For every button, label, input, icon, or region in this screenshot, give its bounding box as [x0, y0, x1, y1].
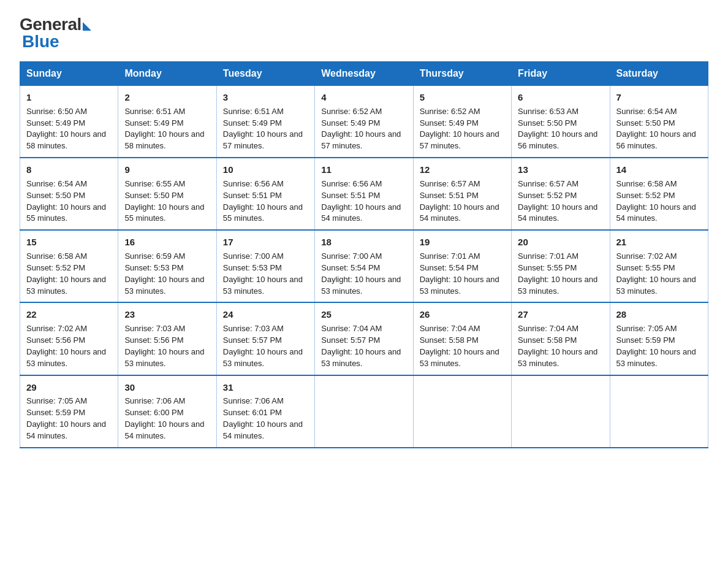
calendar-cell: 1Sunrise: 6:50 AMSunset: 5:49 PMDaylight…	[20, 86, 118, 158]
daylight-text: Daylight: 10 hours and 54 minutes.	[518, 202, 597, 223]
daylight-text: Daylight: 10 hours and 53 minutes.	[616, 347, 696, 368]
calendar-cell: 29Sunrise: 7:05 AMSunset: 5:59 PMDayligh…	[20, 375, 118, 448]
sunset-text: Sunset: 5:59 PM	[26, 408, 85, 417]
calendar-cell	[610, 375, 708, 448]
calendar-cell: 2Sunrise: 6:51 AMSunset: 5:49 PMDaylight…	[118, 86, 216, 158]
sunset-text: Sunset: 5:52 PM	[616, 191, 675, 200]
sunset-text: Sunset: 5:54 PM	[420, 263, 479, 272]
day-number: 20	[518, 236, 603, 249]
sunset-text: Sunset: 5:49 PM	[223, 118, 282, 128]
daylight-text: Daylight: 10 hours and 55 minutes.	[124, 202, 204, 223]
calendar-cell	[413, 375, 511, 448]
sunrise-text: Sunrise: 6:58 AM	[616, 179, 677, 188]
sunset-text: Sunset: 5:50 PM	[26, 191, 85, 200]
day-number: 5	[420, 91, 505, 104]
calendar-cell: 13Sunrise: 6:57 AMSunset: 5:52 PMDayligh…	[512, 158, 610, 230]
sunset-text: Sunset: 6:00 PM	[124, 408, 183, 417]
day-header-wednesday: Wednesday	[315, 62, 413, 86]
sunset-text: Sunset: 5:49 PM	[26, 118, 85, 128]
daylight-text: Daylight: 10 hours and 54 minutes.	[420, 202, 499, 223]
calendar-cell: 3Sunrise: 6:51 AMSunset: 5:49 PMDaylight…	[216, 86, 314, 158]
sunrise-text: Sunrise: 6:54 AM	[26, 179, 87, 188]
logo-blue-text: Blue	[22, 32, 59, 52]
day-header-friday: Friday	[512, 62, 610, 86]
calendar-cell: 8Sunrise: 6:54 AMSunset: 5:50 PMDaylight…	[20, 158, 118, 230]
calendar-cell: 24Sunrise: 7:03 AMSunset: 5:57 PMDayligh…	[216, 302, 314, 375]
sunset-text: Sunset: 5:53 PM	[124, 263, 183, 272]
day-number: 23	[124, 308, 210, 321]
day-number: 14	[616, 163, 702, 177]
sunrise-text: Sunrise: 7:02 AM	[26, 324, 87, 333]
calendar-cell	[315, 375, 413, 448]
sunset-text: Sunset: 5:56 PM	[124, 335, 183, 345]
sunrise-text: Sunrise: 6:54 AM	[616, 107, 677, 116]
calendar-cell: 17Sunrise: 7:00 AMSunset: 5:53 PMDayligh…	[216, 230, 314, 302]
daylight-text: Daylight: 10 hours and 56 minutes.	[518, 129, 597, 150]
daylight-text: Daylight: 10 hours and 53 minutes.	[321, 347, 401, 368]
daylight-text: Daylight: 10 hours and 57 minutes.	[223, 129, 303, 150]
sunrise-text: Sunrise: 6:57 AM	[420, 179, 480, 188]
calendar-cell: 12Sunrise: 6:57 AMSunset: 5:51 PMDayligh…	[413, 158, 511, 230]
daylight-text: Daylight: 10 hours and 53 minutes.	[124, 275, 204, 296]
daylight-text: Daylight: 10 hours and 53 minutes.	[223, 275, 303, 296]
daylight-text: Daylight: 10 hours and 53 minutes.	[518, 347, 597, 368]
daylight-text: Daylight: 10 hours and 53 minutes.	[26, 347, 106, 368]
daylight-text: Daylight: 10 hours and 54 minutes.	[26, 419, 106, 440]
sunset-text: Sunset: 5:50 PM	[518, 118, 577, 128]
calendar-cell: 4Sunrise: 6:52 AMSunset: 5:49 PMDaylight…	[315, 86, 413, 158]
daylight-text: Daylight: 10 hours and 53 minutes.	[321, 275, 401, 296]
daylight-text: Daylight: 10 hours and 55 minutes.	[223, 202, 303, 223]
sunset-text: Sunset: 5:51 PM	[420, 191, 479, 200]
day-number: 12	[420, 163, 505, 177]
sunrise-text: Sunrise: 7:03 AM	[223, 324, 284, 333]
calendar-cell: 26Sunrise: 7:04 AMSunset: 5:58 PMDayligh…	[413, 302, 511, 375]
day-number: 1	[26, 91, 112, 104]
sunset-text: Sunset: 5:52 PM	[518, 191, 577, 200]
daylight-text: Daylight: 10 hours and 53 minutes.	[223, 347, 303, 368]
sunrise-text: Sunrise: 6:59 AM	[124, 251, 185, 261]
calendar-cell: 23Sunrise: 7:03 AMSunset: 5:56 PMDayligh…	[118, 302, 216, 375]
sunrise-text: Sunrise: 6:51 AM	[124, 107, 185, 116]
calendar-cell: 30Sunrise: 7:06 AMSunset: 6:00 PMDayligh…	[118, 375, 216, 448]
sunrise-text: Sunrise: 7:04 AM	[420, 324, 480, 333]
page-header: General Blue	[20, 15, 708, 52]
calendar-cell: 7Sunrise: 6:54 AMSunset: 5:50 PMDaylight…	[610, 86, 708, 158]
day-number: 4	[321, 91, 406, 104]
sunset-text: Sunset: 5:57 PM	[321, 335, 380, 345]
day-number: 8	[26, 163, 112, 177]
calendar-cell: 5Sunrise: 6:52 AMSunset: 5:49 PMDaylight…	[413, 86, 511, 158]
day-number: 17	[223, 236, 308, 249]
day-number: 6	[518, 91, 603, 104]
calendar-cell: 28Sunrise: 7:05 AMSunset: 5:59 PMDayligh…	[610, 302, 708, 375]
sunrise-text: Sunrise: 6:51 AM	[223, 107, 284, 116]
sunset-text: Sunset: 5:49 PM	[420, 118, 479, 128]
day-number: 24	[223, 308, 308, 321]
daylight-text: Daylight: 10 hours and 58 minutes.	[124, 129, 204, 150]
sunrise-text: Sunrise: 7:06 AM	[223, 396, 284, 405]
sunrise-text: Sunrise: 6:52 AM	[321, 107, 382, 116]
day-number: 16	[124, 236, 210, 249]
daylight-text: Daylight: 10 hours and 53 minutes.	[420, 347, 499, 368]
daylight-text: Daylight: 10 hours and 54 minutes.	[223, 419, 303, 440]
sunrise-text: Sunrise: 6:53 AM	[518, 107, 578, 116]
daylight-text: Daylight: 10 hours and 53 minutes.	[518, 275, 597, 296]
day-number: 18	[321, 236, 406, 249]
calendar-cell: 21Sunrise: 7:02 AMSunset: 5:55 PMDayligh…	[610, 230, 708, 302]
calendar-cell: 6Sunrise: 6:53 AMSunset: 5:50 PMDaylight…	[512, 86, 610, 158]
sunrise-text: Sunrise: 7:06 AM	[124, 396, 185, 405]
calendar-cell: 10Sunrise: 6:56 AMSunset: 5:51 PMDayligh…	[216, 158, 314, 230]
calendar-week-row: 8Sunrise: 6:54 AMSunset: 5:50 PMDaylight…	[20, 158, 708, 230]
day-number: 11	[321, 163, 406, 177]
sunrise-text: Sunrise: 7:05 AM	[616, 324, 677, 333]
calendar-cell: 22Sunrise: 7:02 AMSunset: 5:56 PMDayligh…	[20, 302, 118, 375]
day-number: 29	[26, 381, 112, 394]
day-number: 21	[616, 236, 702, 249]
day-number: 27	[518, 308, 603, 321]
sunset-text: Sunset: 6:01 PM	[223, 408, 282, 417]
sunrise-text: Sunrise: 7:01 AM	[518, 251, 578, 261]
daylight-text: Daylight: 10 hours and 53 minutes.	[420, 275, 499, 296]
calendar-cell: 9Sunrise: 6:55 AMSunset: 5:50 PMDaylight…	[118, 158, 216, 230]
calendar-table: SundayMondayTuesdayWednesdayThursdayFrid…	[20, 61, 708, 448]
day-number: 25	[321, 308, 406, 321]
sunset-text: Sunset: 5:51 PM	[223, 191, 282, 200]
